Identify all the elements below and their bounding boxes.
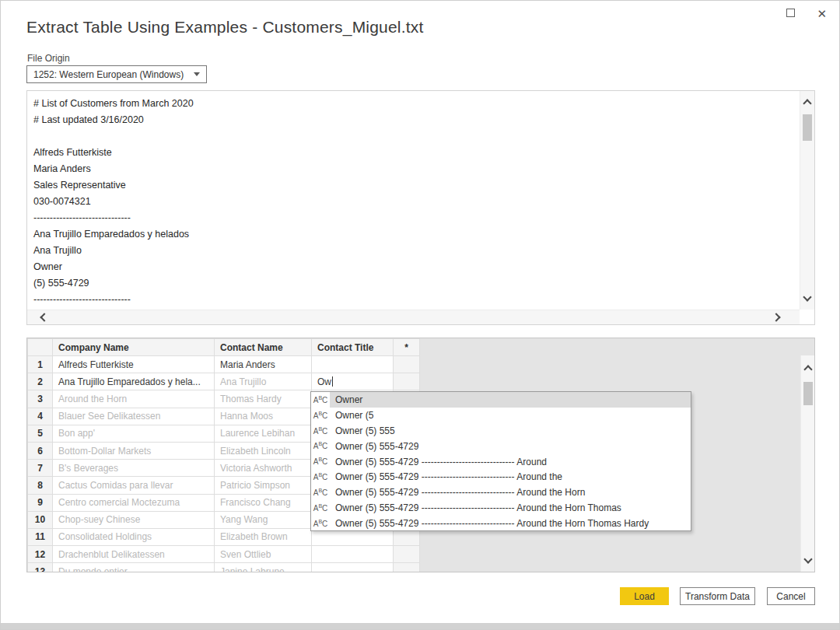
company-cell[interactable]: Consolidated Holdings [53,528,215,545]
title-cell[interactable] [312,356,394,373]
table-scroll-thumb[interactable] [803,382,813,405]
preview-vertical-scrollbar[interactable] [800,91,814,310]
file-origin-label: File Origin [27,53,70,64]
star-cell [394,563,420,572]
title-cell[interactable] [312,546,394,563]
table-vertical-scrollbar[interactable] [800,355,814,572]
header-contact-title[interactable]: Contact Title [312,339,394,356]
contact-cell[interactable]: Elizabeth Brown [215,528,312,545]
contact-cell[interactable]: Sven Ottlieb [215,546,312,563]
company-cell[interactable]: Ana Trujillo Emparedados y hela... [53,373,215,390]
suggestion-label: Owner (5) 555-4729 ---------------------… [330,500,691,516]
suggestion-item[interactable]: ABC Owner (5) 555-4729 -----------------… [311,516,691,531]
preview-line: Alfreds Futterkiste [33,145,799,161]
suggestion-label: Owner (5 [330,408,691,423]
preview-line: Maria Anders [33,161,799,177]
suggestion-item[interactable]: ABC Owner (5) 555-4729 -----------------… [311,469,691,485]
star-cell [394,373,420,390]
row-number: 11 [28,528,53,545]
text-type-icon: ABC [311,395,330,404]
title-cell[interactable]: Ow [312,373,394,390]
contact-cell[interactable]: Janine Labrune [215,563,312,572]
scroll-up-icon[interactable] [803,365,812,373]
contact-cell[interactable]: Hanna Moos [215,408,312,425]
company-cell[interactable]: Alfreds Futterkiste [53,356,215,373]
company-cell[interactable]: Bottom-Dollar Markets [53,442,215,459]
cancel-button[interactable]: Cancel [767,587,815,605]
company-cell[interactable]: Du monde entier [53,563,215,572]
contact-cell[interactable]: Elizabeth Lincoln [215,442,312,459]
suggestion-item[interactable]: ABC Owner (5) 555-4729 -----------------… [311,485,691,500]
text-cursor-icon [332,376,333,387]
company-cell[interactable]: Around the Horn [53,390,215,408]
text-type-icon: ABC [311,426,330,436]
preview-line: ------------------------------ [33,210,799,226]
suggestion-list: ABC Owner ABC Owner (5 ABC Owner (5) 555… [311,392,691,531]
contact-cell[interactable]: Thomas Hardy [215,390,312,408]
company-cell[interactable]: Cactus Comidas para llevar [53,477,215,494]
preview-horizontal-scrollbar[interactable] [27,310,800,324]
contact-cell[interactable]: Yang Wang [215,511,312,528]
suggestion-item[interactable]: ABC Owner (5) 555-4729 [311,439,691,454]
suggestion-item[interactable]: ABC Owner [311,392,691,408]
header-star-column[interactable]: * [394,339,420,356]
scroll-left-icon[interactable] [40,313,48,321]
company-cell[interactable]: B's Beverages [53,460,215,477]
company-cell[interactable]: Centro comercial Moctezuma [53,494,215,511]
scroll-down-icon[interactable] [803,292,811,301]
suggestion-label: Owner (5) 555-4729 ---------------------… [330,454,691,470]
row-number: 3 [28,390,53,408]
preview-text: # List of Customers from March 2020 # La… [27,91,799,310]
suggestion-label: Owner [330,392,691,408]
suggestion-label: Owner (5) 555-4729 [330,439,691,454]
scroll-up-icon[interactable] [803,99,811,107]
row-number: 7 [28,460,53,477]
contact-cell[interactable]: Francisco Chang [215,494,312,511]
row-number: 9 [28,494,53,511]
company-cell[interactable]: Bon app' [53,425,215,442]
preview-line: Ana Trujillo Emparedados y helados [33,226,799,243]
preview-line: Ana Trujillo [33,243,799,259]
suggestion-item[interactable]: ABC Owner (5 [311,408,691,423]
text-type-icon: ABC [311,457,330,466]
suggestion-item[interactable]: ABC Owner (5) 555 [311,423,691,439]
suggestion-item[interactable]: ABC Owner (5) 555-4729 -----------------… [311,500,691,516]
contact-cell[interactable]: Ana Trujillo [215,373,312,390]
company-cell[interactable]: Chop-suey Chinese [53,511,215,528]
text-type-icon: ABC [311,519,330,528]
preview-scroll-thumb[interactable] [803,114,812,141]
header-company-name[interactable]: Company Name [53,339,215,356]
file-preview-panel: # List of Customers from March 2020 # La… [26,90,815,325]
file-origin-value: 1252: Western European (Windows) [33,69,184,80]
row-number: 5 [28,425,53,442]
company-cell[interactable]: Drachenblut Delikatessen [53,546,215,563]
load-button[interactable]: Load [620,587,669,605]
transform-data-button[interactable]: Transform Data [680,587,755,605]
row-number: 6 [28,442,53,459]
row-number: 4 [28,408,53,425]
suggestion-item[interactable]: ABC Owner (5) 555-4729 -----------------… [311,454,691,470]
contact-cell[interactable]: Patricio Simpson [215,477,312,494]
header-contact-name[interactable]: Contact Name [215,339,312,356]
title-cell[interactable] [312,563,394,572]
table-row: 13 Du monde entier Janine Labrune [28,563,420,572]
suggestion-label: Owner (5) 555-4729 ---------------------… [330,485,691,500]
text-type-icon: ABC [311,503,330,513]
text-type-icon: ABC [311,472,330,481]
preview-line: Owner [33,259,799,275]
row-number: 2 [28,373,53,390]
close-button[interactable]: ✕ [817,8,827,19]
company-cell[interactable]: Blauer See Delikatessen [53,408,215,425]
maximize-button[interactable] [786,6,795,20]
contact-cell[interactable]: Maria Anders [215,356,312,373]
preview-line: ------------------------------ [33,292,799,308]
text-type-icon: ABC [311,411,330,420]
scroll-down-icon[interactable] [803,555,812,563]
preview-line: Sales Representative [33,177,799,194]
file-origin-select[interactable]: 1252: Western European (Windows) [26,65,207,83]
scroll-right-icon[interactable] [772,313,780,321]
contact-cell[interactable]: Victoria Ashworth [215,460,312,477]
text-type-icon: ABC [311,488,330,497]
contact-cell[interactable]: Laurence Lebihan [215,425,312,442]
row-number: 13 [28,563,53,572]
